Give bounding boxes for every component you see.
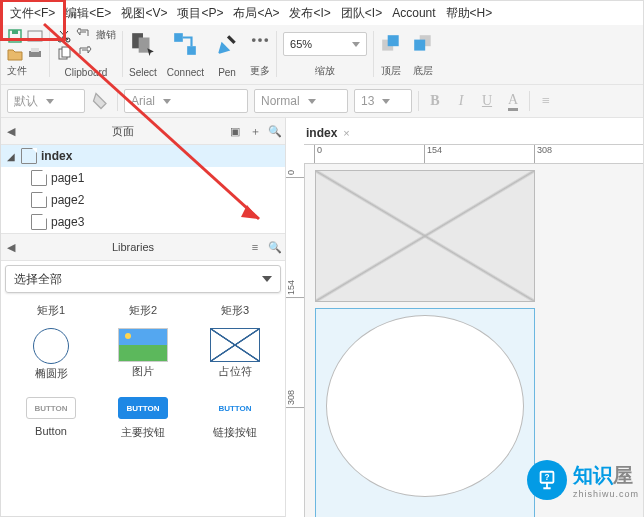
pages-panel-header: ◀ 页面 ▣ ＋ 🔍 [1, 118, 285, 145]
italic-button[interactable]: I [451, 91, 471, 111]
toolbar-zoom-label: 缩放 [315, 64, 335, 78]
ellipse-widget[interactable] [326, 315, 524, 497]
artboard[interactable]: BUTTON [315, 170, 535, 517]
page-label: index [41, 149, 72, 163]
libraries-menu-icon[interactable]: ≡ [245, 241, 265, 253]
pages-tree: ◢ index page1 page2 page3 [1, 145, 285, 233]
ruler-vertical: 0 154 308 [286, 164, 305, 517]
page-icon [31, 214, 47, 230]
fill-color-icon[interactable] [91, 91, 111, 111]
menu-publish[interactable]: 发布<I> [284, 5, 335, 22]
svg-point-15 [252, 38, 256, 42]
mobile-frame-widget[interactable]: BUTTON [315, 308, 535, 517]
svg-text:?: ? [544, 473, 549, 482]
pages-add-folder-icon[interactable]: ▣ [225, 125, 245, 138]
placeholder-widget[interactable] [315, 170, 535, 302]
menu-team[interactable]: 团队<I> [336, 5, 387, 22]
toolbar: 文件 撤销 重做 Clipboard Select Connect [1, 25, 643, 85]
svg-rect-13 [175, 33, 184, 42]
svg-rect-14 [188, 46, 197, 55]
shape-primary-button[interactable]: BUTTON主要按钮 [97, 391, 189, 440]
svg-rect-12 [139, 38, 150, 53]
libraries-collapse-icon[interactable]: ◀ [1, 241, 21, 254]
svg-rect-21 [414, 40, 425, 51]
page-item-page2[interactable]: page2 [1, 189, 285, 211]
underline-button[interactable]: U [477, 91, 497, 111]
page-label: page1 [51, 171, 84, 185]
toolbar-connect-label: Connect [167, 67, 204, 78]
libraries-panel-header: ◀ Libraries ≡ 🔍 [1, 233, 285, 261]
page-item-page1[interactable]: page1 [1, 167, 285, 189]
copy-icon[interactable] [56, 46, 72, 62]
font-size-select[interactable]: 13 [354, 89, 412, 113]
menu-layout[interactable]: 布局<A> [228, 5, 284, 22]
shape-rect2[interactable]: 矩形2 [97, 301, 189, 318]
page-item-index[interactable]: ◢ index [1, 145, 285, 167]
redo-icon[interactable] [76, 46, 92, 62]
svg-point-17 [264, 38, 268, 42]
undo-group-icon[interactable] [76, 28, 92, 44]
page-item-page3[interactable]: page3 [1, 211, 285, 233]
svg-rect-19 [388, 35, 399, 46]
zoom-select[interactable]: 65% [283, 32, 367, 56]
toolbar-pen-label: Pen [218, 67, 236, 78]
menu-account[interactable]: Account [387, 6, 440, 20]
svg-rect-6 [31, 48, 39, 52]
toolbar-top-label: 顶层 [381, 64, 401, 78]
shape-image[interactable]: 图片 [97, 328, 189, 381]
toolbar-clipboard-label: Clipboard [65, 67, 108, 78]
pages-search-icon[interactable]: 🔍 [265, 125, 285, 138]
menu-edit[interactable]: 编辑<E> [60, 5, 116, 22]
toolbar-select-label: Select [129, 67, 157, 78]
open-icon[interactable] [7, 46, 23, 62]
shape-ellipse[interactable]: 椭圆形 [5, 328, 97, 381]
expand-icon[interactable]: ◢ [7, 151, 17, 162]
pages-add-icon[interactable]: ＋ [245, 124, 265, 139]
print-icon[interactable] [27, 46, 43, 62]
send-back-icon[interactable] [412, 33, 434, 55]
page-icon [31, 192, 47, 208]
style-default-select[interactable]: 默认 [7, 89, 85, 113]
shape-placeholder[interactable]: 占位符 [189, 328, 281, 381]
watermark: ? 知识屋 zhishiwu.com [527, 460, 639, 500]
watermark-url: zhishiwu.com [573, 489, 639, 499]
close-tab-icon[interactable]: × [343, 127, 349, 139]
connect-icon[interactable] [172, 31, 198, 57]
shape-rect3[interactable]: 矩形3 [189, 301, 281, 318]
svg-rect-10 [62, 47, 70, 57]
canvas-tab-index[interactable]: index× [296, 122, 360, 144]
ruler-tick: 154 [424, 145, 442, 163]
libraries-search-icon[interactable]: 🔍 [265, 241, 285, 254]
font-family-select[interactable]: Arial [124, 89, 248, 113]
page-label: page2 [51, 193, 84, 207]
menu-project[interactable]: 项目<P> [172, 5, 228, 22]
pen-icon[interactable] [214, 31, 240, 57]
shape-button[interactable]: BUTTONButton [5, 391, 97, 440]
toolbar-bottom-label: 底层 [413, 64, 433, 78]
menu-help[interactable]: 帮助<H> [441, 5, 498, 22]
shape-link-button[interactable]: BUTTON链接按钮 [189, 391, 281, 440]
pages-panel-title: 页面 [21, 124, 225, 139]
toolbar-more-label: 更多 [250, 64, 270, 78]
page-icon [21, 148, 37, 164]
libraries-panel-title: Libraries [21, 241, 245, 253]
bring-front-icon[interactable] [380, 33, 402, 55]
font-weight-select[interactable]: Normal [254, 89, 348, 113]
select-icon[interactable] [130, 31, 156, 57]
watermark-text-a: 知识 [573, 464, 613, 486]
library-select-label: 选择全部 [14, 271, 62, 288]
bullets-button[interactable]: ≡ [536, 91, 556, 111]
highlight-box-file-menu [0, 0, 66, 41]
pages-collapse-icon[interactable]: ◀ [1, 125, 21, 138]
ruler-tick: 308 [534, 145, 552, 163]
shape-rect1[interactable]: 矩形1 [5, 301, 97, 318]
menubar: 文件<F> 编辑<E> 视图<V> 项目<P> 布局<A> 发布<I> 团队<I… [1, 1, 643, 25]
bold-button[interactable]: B [425, 91, 445, 111]
library-select[interactable]: 选择全部 [5, 265, 281, 293]
ruler-tick: 154 [286, 280, 304, 298]
more-icon[interactable] [250, 34, 270, 54]
text-color-button[interactable]: A [503, 91, 523, 111]
menu-view[interactable]: 视图<V> [116, 5, 172, 22]
style-bar: 默认 Arial Normal 13 B I U A ≡ [1, 85, 643, 118]
canvas-tabs: index× [286, 118, 643, 144]
